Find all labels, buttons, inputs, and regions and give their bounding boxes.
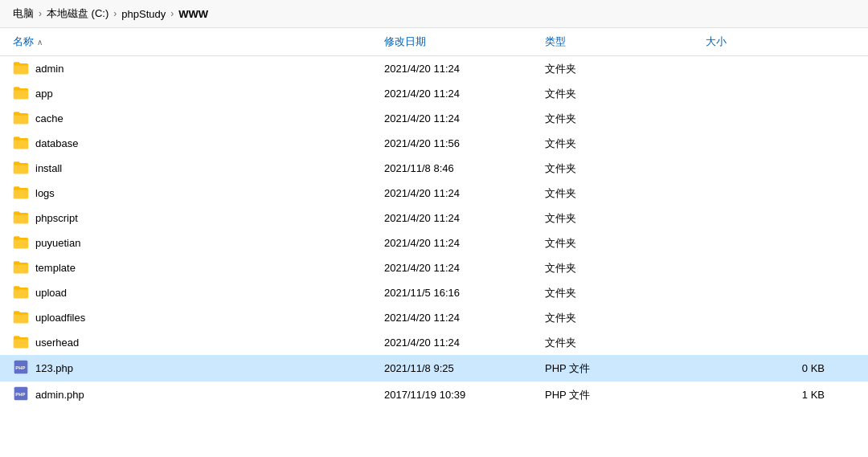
file-name-cell: PHP 123.php	[0, 357, 378, 379]
file-name: logs	[35, 187, 55, 199]
file-name: userhead	[35, 337, 79, 349]
file-date-cell: 2021/4/20 11:24	[378, 86, 538, 101]
file-size-cell	[699, 67, 844, 71]
file-type-cell: 文件夹	[538, 235, 699, 252]
col-date-header[interactable]: 修改日期	[378, 31, 538, 52]
col-date-label: 修改日期	[384, 35, 426, 47]
php-icon: PHP	[13, 359, 29, 377]
file-type-cell: 文件夹	[538, 85, 699, 103]
file-type-cell: 文件夹	[538, 135, 699, 153]
col-name-label: 名称	[13, 35, 34, 49]
svg-text:PHP: PHP	[15, 365, 25, 370]
table-row[interactable]: admin 2021/4/20 11:24 文件夹	[0, 56, 868, 81]
file-size-cell	[699, 217, 844, 220]
folder-icon	[13, 110, 29, 127]
file-type-cell: PHP 文件	[538, 360, 699, 377]
php-icon: PHP	[13, 386, 29, 404]
table-row[interactable]: upload 2021/11/5 16:16 文件夹	[0, 280, 868, 305]
file-name-cell: logs	[0, 183, 378, 203]
table-row[interactable]: PHP 123.php 2021/11/8 9:25 PHP 文件 0 KB	[0, 355, 868, 382]
table-row[interactable]: userhead 2021/4/20 11:24 文件夹	[0, 330, 868, 355]
table-row[interactable]: install 2021/11/8 8:46 文件夹	[0, 156, 868, 181]
file-size-cell: 1 KB	[699, 387, 844, 402]
table-row[interactable]: template 2021/4/20 11:24 文件夹	[0, 255, 868, 280]
file-size-cell	[699, 142, 844, 145]
col-size-header[interactable]: 大小	[699, 31, 844, 52]
file-date-cell: 2021/4/20 11:24	[378, 335, 538, 350]
file-date-cell: 2021/11/8 8:46	[378, 161, 538, 176]
file-size-cell	[699, 167, 844, 170]
table-row[interactable]: phpscript 2021/4/20 11:24 文件夹	[0, 206, 868, 231]
folder-icon	[13, 309, 29, 326]
file-name-cell: upload	[0, 283, 378, 303]
file-size-cell	[699, 92, 844, 96]
breadcrumb-www[interactable]: WWW	[178, 8, 208, 20]
folder-icon	[13, 210, 29, 226]
file-name-cell: install	[0, 158, 378, 178]
file-name: template	[35, 262, 76, 274]
file-date-cell: 2021/4/20 11:24	[378, 310, 538, 325]
column-header-row: 名称 ∧ 修改日期 类型 大小	[0, 28, 868, 56]
col-size-label: 大小	[706, 35, 727, 47]
folder-icon	[13, 235, 29, 251]
file-date-cell: 2021/4/20 11:24	[378, 235, 538, 251]
file-date-cell: 2021/4/20 11:24	[378, 260, 538, 275]
file-size-cell	[699, 316, 844, 320]
file-name: admin.php	[35, 389, 84, 401]
file-name-cell: database	[0, 133, 378, 153]
file-name: puyuetian	[35, 237, 80, 249]
file-type-cell: 文件夹	[538, 334, 699, 352]
folder-icon	[13, 160, 29, 177]
col-type-header[interactable]: 类型	[538, 31, 699, 52]
file-date-cell: 2021/4/20 11:24	[378, 61, 538, 76]
file-name: 123.php	[35, 362, 73, 374]
breadcrumb-computer[interactable]: 电脑	[13, 6, 34, 21]
breadcrumb: 电脑 › 本地磁盘 (C:) › phpStudy › WWW	[0, 0, 868, 28]
folder-icon	[13, 60, 29, 77]
file-size-cell	[699, 292, 844, 295]
file-type-cell: 文件夹	[538, 185, 699, 202]
file-date-cell: 2021/11/5 16:16	[378, 285, 538, 300]
breadcrumb-arrow-2: ›	[113, 8, 117, 19]
table-row[interactable]: PHP admin.php 2017/11/19 10:39 PHP 文件 1 …	[0, 382, 868, 408]
folder-icon	[13, 334, 29, 351]
file-size-cell: 0 KB	[699, 361, 844, 376]
file-date-cell: 2021/11/8 9:25	[378, 361, 538, 376]
breadcrumb-phpstudy[interactable]: phpStudy	[121, 8, 166, 20]
file-name-cell: template	[0, 258, 378, 278]
file-size-cell	[699, 341, 844, 345]
file-name: phpscript	[35, 212, 78, 224]
file-explorer: 名称 ∧ 修改日期 类型 大小 admin 2021/4/20 11:24 文件…	[0, 28, 868, 451]
file-name: app	[35, 88, 53, 100]
file-name-cell: puyuetian	[0, 233, 378, 253]
folder-icon	[13, 85, 29, 102]
file-type-cell: 文件夹	[538, 309, 699, 327]
file-type-cell: 文件夹	[538, 60, 699, 78]
table-row[interactable]: logs 2021/4/20 11:24 文件夹	[0, 181, 868, 206]
table-row[interactable]: database 2021/4/20 11:56 文件夹	[0, 131, 868, 156]
col-type-label: 类型	[545, 35, 566, 47]
file-name-cell: phpscript	[0, 208, 378, 228]
file-type-cell: 文件夹	[538, 210, 699, 227]
table-row[interactable]: uploadfiles 2021/4/20 11:24 文件夹	[0, 305, 868, 330]
table-row[interactable]: puyuetian 2021/4/20 11:24 文件夹	[0, 231, 868, 255]
folder-icon	[13, 259, 29, 276]
file-name: database	[35, 137, 79, 149]
file-name: upload	[35, 287, 67, 299]
svg-text:PHP: PHP	[15, 392, 25, 397]
file-name-cell: uploadfiles	[0, 308, 378, 328]
breadcrumb-arrow-1: ›	[39, 8, 42, 19]
file-type-cell: 文件夹	[538, 160, 699, 177]
file-date-cell: 2021/4/20 11:24	[378, 111, 538, 126]
col-name-header[interactable]: 名称 ∧	[0, 31, 378, 52]
table-row[interactable]: cache 2021/4/20 11:24 文件夹	[0, 106, 868, 131]
file-date-cell: 2021/4/20 11:56	[378, 136, 538, 151]
sort-arrow-icon: ∧	[37, 38, 43, 47]
table-row[interactable]: app 2021/4/20 11:24 文件夹	[0, 81, 868, 106]
file-name: admin	[35, 63, 63, 75]
file-size-cell	[699, 267, 844, 270]
file-name-cell: app	[0, 84, 378, 104]
file-name: install	[35, 162, 62, 174]
breadcrumb-local-c[interactable]: 本地磁盘 (C:)	[47, 6, 108, 21]
file-date-cell: 2021/4/20 11:24	[378, 186, 538, 201]
